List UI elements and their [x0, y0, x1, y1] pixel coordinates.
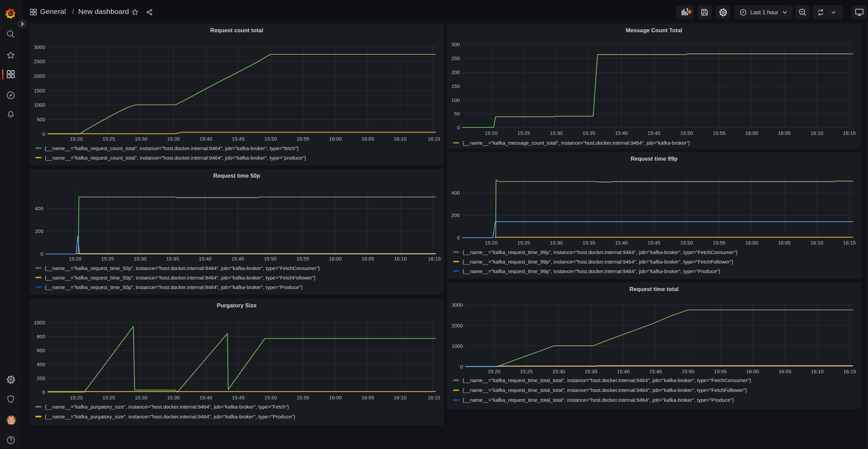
svg-text:15:55: 15:55: [713, 240, 726, 246]
svg-text:15:25: 15:25: [102, 395, 115, 400]
svg-text:16:00: 16:00: [746, 369, 759, 374]
svg-text:16:00: 16:00: [745, 130, 758, 136]
svg-text:15:40: 15:40: [199, 395, 212, 400]
svg-text:16:15: 16:15: [428, 256, 441, 262]
svg-text:15:30: 15:30: [135, 136, 148, 142]
svg-text:500: 500: [37, 116, 45, 122]
svg-text:15:55: 15:55: [713, 130, 726, 136]
svg-text:3000: 3000: [452, 302, 463, 308]
svg-text:15:45: 15:45: [649, 369, 662, 374]
svg-text:16:15: 16:15: [843, 130, 856, 136]
svg-text:16:15: 16:15: [843, 369, 856, 374]
svg-text:0: 0: [457, 235, 460, 240]
svg-text:16:05: 16:05: [779, 369, 792, 374]
svg-text:15:20: 15:20: [70, 136, 83, 142]
svg-text:15:40: 15:40: [615, 130, 628, 136]
svg-text:15:50: 15:50: [264, 395, 277, 400]
svg-text:16:10: 16:10: [811, 240, 824, 246]
svg-text:15:45: 15:45: [648, 130, 661, 136]
svg-text:15:20: 15:20: [485, 130, 498, 136]
svg-text:300: 300: [451, 41, 460, 47]
svg-text:200: 200: [451, 69, 460, 75]
svg-text:15:25: 15:25: [520, 369, 533, 374]
svg-text:15:30: 15:30: [550, 130, 563, 136]
svg-text:50: 50: [454, 111, 460, 116]
svg-text:15:45: 15:45: [232, 395, 245, 400]
svg-text:15:50: 15:50: [264, 256, 277, 262]
svg-text:15:30: 15:30: [552, 369, 565, 374]
svg-text:250: 250: [451, 55, 460, 61]
svg-text:200: 200: [37, 375, 45, 381]
svg-text:15:25: 15:25: [517, 130, 530, 136]
svg-text:15:20: 15:20: [488, 369, 501, 374]
svg-text:15:40: 15:40: [199, 136, 212, 142]
svg-text:15:50: 15:50: [682, 369, 694, 374]
svg-text:15:40: 15:40: [615, 240, 628, 246]
svg-text:1000: 1000: [34, 102, 45, 108]
svg-text:15:45: 15:45: [232, 136, 245, 142]
svg-text:15:45: 15:45: [648, 240, 661, 246]
svg-text:0: 0: [42, 389, 45, 395]
svg-text:800: 800: [37, 334, 45, 339]
svg-text:15:20: 15:20: [485, 240, 498, 246]
svg-text:15:35: 15:35: [585, 369, 598, 374]
svg-text:600: 600: [37, 347, 45, 353]
svg-text:200: 200: [451, 212, 460, 218]
svg-text:0: 0: [457, 125, 460, 130]
svg-text:16:15: 16:15: [428, 136, 440, 142]
svg-text:16:15: 16:15: [843, 240, 856, 246]
svg-text:15:30: 15:30: [135, 395, 148, 400]
svg-text:15:35: 15:35: [167, 136, 180, 142]
svg-text:15:25: 15:25: [102, 136, 115, 142]
svg-text:15:20: 15:20: [69, 256, 82, 262]
svg-text:16:05: 16:05: [361, 256, 374, 262]
svg-text:200: 200: [35, 228, 43, 234]
svg-text:3000: 3000: [34, 44, 45, 50]
svg-text:15:50: 15:50: [264, 136, 277, 142]
svg-text:16:10: 16:10: [394, 136, 407, 142]
svg-text:15:35: 15:35: [582, 130, 595, 136]
svg-text:15:25: 15:25: [101, 256, 114, 262]
svg-text:16:00: 16:00: [329, 136, 342, 142]
svg-text:15:30: 15:30: [134, 256, 147, 262]
svg-text:400: 400: [37, 361, 45, 367]
svg-text:15:50: 15:50: [680, 130, 693, 136]
svg-text:15:55: 15:55: [714, 369, 727, 374]
svg-text:2000: 2000: [452, 323, 463, 328]
svg-text:400: 400: [451, 190, 460, 196]
svg-text:15:45: 15:45: [231, 256, 244, 262]
svg-text:16:10: 16:10: [811, 130, 824, 136]
svg-text:16:05: 16:05: [361, 395, 374, 400]
svg-text:15:20: 15:20: [70, 395, 83, 400]
svg-text:15:55: 15:55: [296, 136, 309, 142]
svg-text:15:25: 15:25: [517, 240, 530, 246]
svg-text:1500: 1500: [34, 88, 45, 93]
svg-text:15:35: 15:35: [166, 256, 179, 262]
svg-text:1000: 1000: [34, 320, 45, 325]
svg-text:15:35: 15:35: [167, 395, 180, 400]
svg-text:0: 0: [40, 251, 43, 257]
svg-text:1000: 1000: [452, 343, 463, 349]
svg-text:16:00: 16:00: [745, 240, 758, 246]
svg-text:0: 0: [42, 131, 45, 137]
svg-text:16:10: 16:10: [394, 395, 407, 400]
svg-text:16:00: 16:00: [329, 395, 342, 400]
svg-text:16:00: 16:00: [329, 256, 342, 262]
svg-text:15:50: 15:50: [680, 240, 693, 246]
svg-text:2500: 2500: [34, 58, 45, 64]
svg-text:400: 400: [35, 205, 43, 211]
svg-text:16:10: 16:10: [394, 256, 407, 262]
svg-text:15:35: 15:35: [582, 240, 595, 246]
svg-text:16:05: 16:05: [361, 136, 374, 142]
svg-text:16:10: 16:10: [811, 369, 824, 374]
svg-text:0: 0: [460, 364, 463, 370]
svg-text:15:40: 15:40: [617, 369, 630, 374]
svg-text:16:05: 16:05: [778, 130, 791, 136]
svg-text:15:30: 15:30: [550, 240, 563, 246]
svg-text:15:55: 15:55: [296, 256, 309, 262]
svg-text:100: 100: [451, 97, 460, 103]
svg-text:15:40: 15:40: [199, 256, 212, 262]
svg-text:2000: 2000: [34, 73, 45, 79]
svg-text:16:05: 16:05: [778, 240, 791, 246]
svg-text:16:15: 16:15: [428, 395, 440, 400]
